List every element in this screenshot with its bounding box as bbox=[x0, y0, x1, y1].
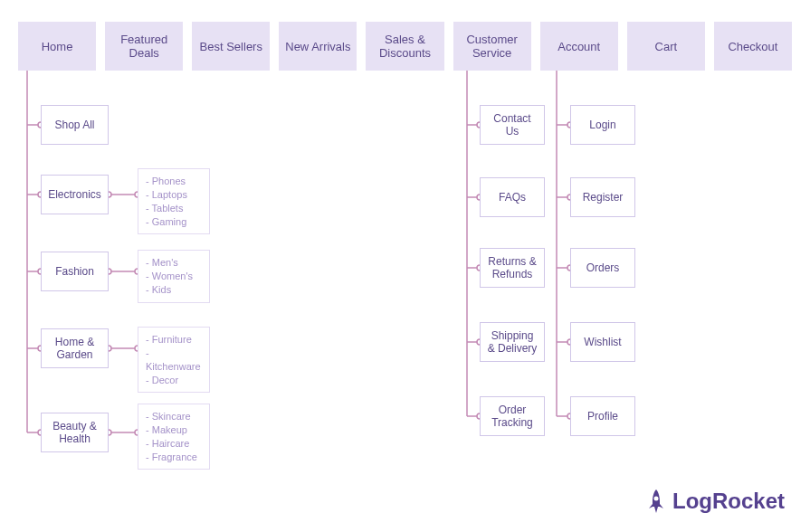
node-returns-refunds: Returns & Refunds bbox=[480, 248, 545, 288]
node-contact-us: Contact Us bbox=[480, 105, 545, 145]
node-wishlist: Wishlist bbox=[570, 322, 635, 362]
node-faqs: FAQs bbox=[480, 177, 545, 217]
nav-checkout: Checkout bbox=[714, 22, 792, 71]
nav-best-sellers: Best Sellers bbox=[192, 22, 270, 71]
sublist-item: Laptops bbox=[146, 188, 202, 202]
sublist-item: Furniture bbox=[146, 333, 202, 347]
nav-featured-deals: Featured Deals bbox=[105, 22, 183, 71]
logrocket-logo: LogRocket bbox=[645, 489, 785, 514]
node-home-garden: Home & Garden bbox=[41, 328, 109, 368]
sublist-fashion: Men's Women's Kids bbox=[138, 250, 210, 303]
nav-new-arrivals: New Arrivals bbox=[279, 22, 357, 71]
sublist-item: Phones bbox=[146, 175, 202, 188]
nav-account: Account bbox=[540, 22, 618, 71]
node-login: Login bbox=[570, 105, 635, 145]
nav-cart: Cart bbox=[627, 22, 705, 71]
node-order-tracking: Order Tracking bbox=[480, 396, 545, 436]
node-electronics: Electronics bbox=[41, 175, 109, 214]
sitemap-top-row: Home Featured Deals Best Sellers New Arr… bbox=[18, 22, 792, 71]
sublist-electronics: Phones Laptops Tablets Gaming bbox=[138, 168, 210, 234]
node-profile: Profile bbox=[570, 396, 635, 436]
sublist-item: Kids bbox=[146, 283, 202, 297]
brand-text: LogRocket bbox=[672, 489, 785, 514]
sublist-item: Haircare bbox=[146, 437, 202, 451]
sublist-item: Skincare bbox=[146, 410, 202, 423]
sublist-item: Women's bbox=[146, 270, 202, 283]
sublist-item: Makeup bbox=[146, 423, 202, 437]
rocket-icon bbox=[645, 489, 667, 514]
sublist-home-garden: Furniture Kitchenware Decor bbox=[138, 327, 210, 393]
node-orders: Orders bbox=[570, 248, 635, 288]
node-beauty-health: Beauty & Health bbox=[41, 413, 109, 452]
sublist-item: Fragrance bbox=[146, 451, 202, 464]
sublist-item: Men's bbox=[146, 256, 202, 270]
node-shipping-delivery: Shipping & Delivery bbox=[480, 322, 545, 362]
sublist-item: Gaming bbox=[146, 215, 202, 229]
nav-sales-discounts: Sales & Discounts bbox=[366, 22, 443, 71]
node-fashion: Fashion bbox=[41, 252, 109, 291]
node-shop-all: Shop All bbox=[41, 105, 109, 145]
connector-lines bbox=[0, 71, 810, 532]
sublist-item: Decor bbox=[146, 374, 202, 387]
sublist-item: Tablets bbox=[146, 202, 202, 215]
nav-customer-service: Customer Service bbox=[453, 22, 531, 71]
sublist-beauty-health: Skincare Makeup Haircare Fragrance bbox=[138, 404, 210, 470]
sitemap-tree: Shop All Electronics Phones Laptops Tabl… bbox=[0, 71, 810, 532]
sublist-item: Kitchenware bbox=[146, 347, 202, 374]
nav-home: Home bbox=[18, 22, 96, 71]
node-register: Register bbox=[570, 177, 635, 217]
svg-point-23 bbox=[653, 497, 658, 501]
